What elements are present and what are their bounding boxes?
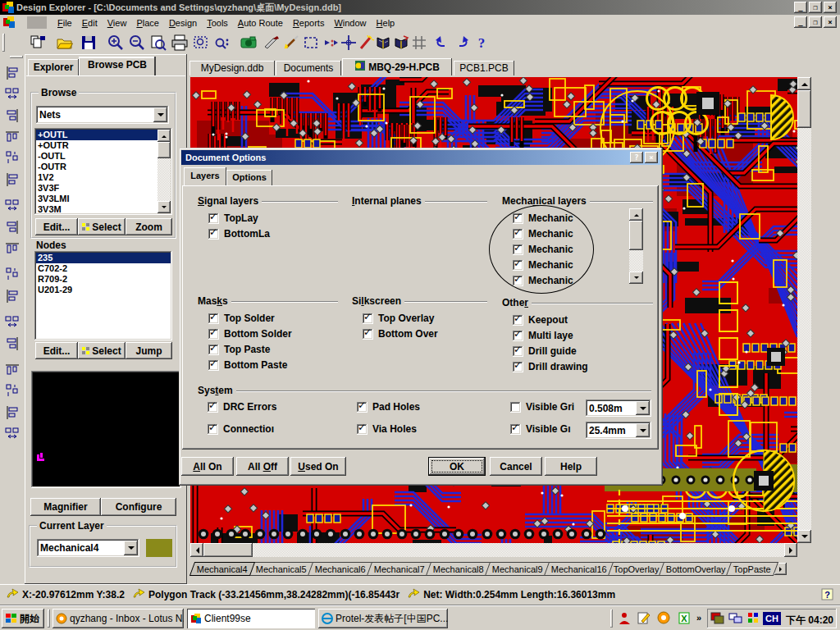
toolbar-zoom-out-icon[interactable] [128,34,146,52]
left-toolbar-align-d-icon[interactable] [3,128,21,146]
left-toolbar-align-k-icon[interactable] [3,287,21,305]
visible-grid-2-combo-dropdown-button[interactable] [636,423,650,437]
checkbox-masks-0[interactable]: ✓Top Solder [208,312,349,325]
checkbox[interactable] [510,402,521,413]
node-select-button[interactable]: Select [78,342,126,359]
minimize-button[interactable]: _ [794,2,807,13]
browse-mode-dropdown-button[interactable] [153,107,167,122]
task-client99se[interactable]: Client99se [187,609,315,628]
left-toolbar-lib-icon[interactable] [3,425,21,443]
toolbar-doc-tree-icon[interactable] [30,34,48,52]
mechanical-scrollbar[interactable] [629,208,643,284]
layer-tab-bottomoverlay[interactable]: BottomOverlay [659,562,733,576]
checkbox-other-1[interactable]: ✓Multi laye [513,329,664,342]
checkbox[interactable]: ✓ [513,331,523,341]
help-button[interactable]: Help [545,457,597,476]
net-item[interactable]: +OUTL [36,130,158,140]
checkbox-signal-0[interactable]: ✓TopLay [208,212,349,225]
pcb-vscrollbar[interactable] [797,77,811,543]
toolbar-board-3d2-icon[interactable] [392,34,410,52]
magnifier-preview[interactable] [31,371,181,488]
menu-file[interactable]: File [52,16,77,30]
toolbar-redo-icon[interactable] [453,34,471,52]
toolbar-undo-icon[interactable] [433,34,451,52]
tray-person-icon[interactable] [618,611,632,625]
checkbox[interactable]: ✓ [513,362,523,372]
cancel-button[interactable]: Cancel [490,457,542,476]
nodes-list[interactable]: 235C702-2R709-2U201-29 [34,251,172,340]
current-layer-color-swatch[interactable] [146,539,172,557]
child-minimize-button[interactable]: _ [794,16,807,28]
checkbox[interactable]: ✓ [208,402,218,413]
configure-button[interactable]: Configure [101,498,176,516]
tray-notepad-icon[interactable] [637,611,651,625]
checkbox[interactable]: ✓ [208,424,218,435]
layer-tab-topoverlay[interactable]: TopOverlay [608,562,665,576]
layer-tab-mechanical7[interactable]: Mechanical7 [367,562,432,576]
checkbox-masks-3[interactable]: ✓Bottom Paste [208,358,349,372]
checkbox[interactable]: ✓ [357,424,368,435]
left-toolbar-align-c-icon[interactable] [3,107,21,125]
toolbar-magnify-dots-icon[interactable] [213,34,231,52]
toolbar-pan-rect-icon[interactable] [192,34,210,52]
left-toolbar-align-f-icon[interactable] [3,171,21,189]
nets-list[interactable]: +OUTL+OUTR-OUTL-OUTR1V23V3F3V3LMI3V3M [34,128,172,215]
checkbox[interactable]: ✓ [357,402,368,413]
dialog-title-bar[interactable]: Document Options ? × [181,150,660,165]
tab-browse-pcb[interactable]: Browse PCB [79,57,156,75]
child-restore-button[interactable]: ❐ [809,16,822,28]
all-on-button[interactable]: All On [181,457,234,476]
menu-help[interactable]: Help [372,16,400,30]
checkbox[interactable]: ✓ [513,346,523,357]
menu-reports[interactable]: Reports [288,16,330,30]
left-toolbar-comp-b-icon[interactable] [3,335,21,353]
left-toolbar-align-j-icon[interactable] [3,266,21,284]
visible-grid-1-combo[interactable]: 0.508m [586,399,651,417]
hscroll-thumb[interactable] [203,543,253,557]
toolbar-zoom-doc-icon[interactable] [149,34,167,52]
checkbox-via-holes[interactable]: ✓Via Holes [357,422,417,436]
nets-scroll-up[interactable] [158,130,171,142]
checkbox[interactable]: ✓ [208,345,219,355]
toolbar-move-pair-icon[interactable] [322,34,340,52]
current-layer-dropdown-button[interactable] [124,541,138,555]
mech-scroll-up[interactable] [629,208,643,221]
toolbar-save-disk-icon[interactable] [80,34,98,52]
layer-tab-mechanical9[interactable]: Mechanical9 [485,562,550,576]
node-item[interactable]: U201-29 [36,285,171,295]
checkbox[interactable]: ✓ [208,329,219,340]
nets-scrollbar[interactable] [158,130,171,213]
checkbox-signal-1[interactable]: ✓BottomLa [208,227,349,240]
child-close-button[interactable]: × [824,16,837,28]
dialog-tab-layers[interactable]: Layers [184,167,226,185]
tray-excel-icon[interactable]: X [678,611,692,625]
toolbar-print-icon[interactable] [171,34,189,52]
dialog-tab-options[interactable]: Options [226,170,272,185]
nets-scroll-down[interactable] [158,201,171,213]
doc-tab-pcb1-pcb[interactable]: PCB1.PCB [454,61,514,75]
dialog-help-button[interactable]: ? [630,152,643,163]
checkbox[interactable]: ✓ [363,313,373,324]
start-button[interactable]: 開始 [2,609,44,628]
toolbar-grid-icon[interactable] [410,34,428,52]
left-toolbar-pad-c-icon[interactable] [3,404,21,422]
node-edit-button[interactable]: Edit... [35,342,78,359]
checkbox-other-3[interactable]: ✓Drill drawing [513,360,664,373]
checkbox[interactable]: ✓ [208,213,219,224]
checkbox-other-2[interactable]: ✓Drill guide [513,345,664,358]
checkbox[interactable]: ✓ [513,315,523,326]
left-toolbar-align-i-icon[interactable] [3,240,21,258]
checkbox-silkscreen-1[interactable]: ✓Bottom Over [363,327,498,340]
toolbar-help-q-icon[interactable]: ? [472,34,491,52]
checkbox-connections[interactable]: ✓Connectioı [208,422,274,436]
left-toolbar-comp-a-icon[interactable] [3,313,21,331]
restore-button[interactable]: ❐ [809,2,822,13]
used-on-button[interactable]: Used On [290,457,346,476]
toolbar-board-3d-icon[interactable] [374,34,392,52]
layer-tab-mechanical8[interactable]: Mechanical8 [426,562,491,576]
tab-explorer[interactable]: Explorer [28,59,79,75]
toolbar-camera-icon[interactable] [240,34,258,52]
checkbox-silkscreen-0[interactable]: ✓Top Overlay [363,312,498,325]
scroll-down-button[interactable] [797,530,811,543]
net-item[interactable]: +OUTR [36,140,158,151]
